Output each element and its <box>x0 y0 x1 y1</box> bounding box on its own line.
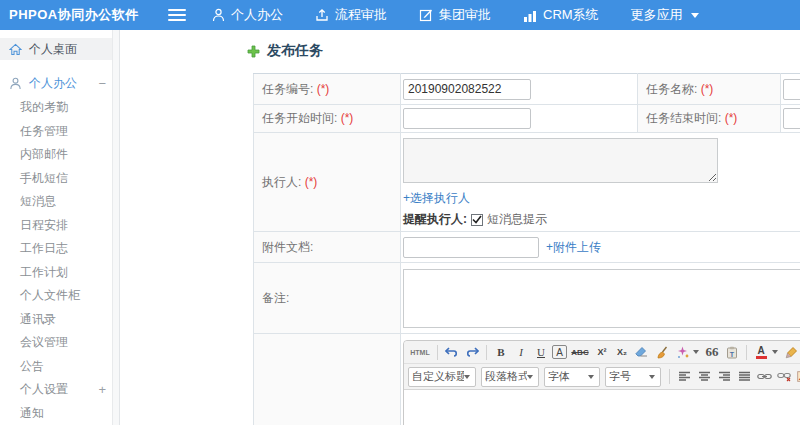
home-icon <box>9 43 22 56</box>
field-label: 执行人: <box>262 175 301 189</box>
remove-link-button[interactable] <box>775 368 793 385</box>
sidebar-item-desktop[interactable]: 个人桌面 <box>0 38 119 60</box>
dropdown-label: 字体 <box>548 369 570 384</box>
menu-toggle-icon[interactable] <box>168 9 186 21</box>
align-left-icon <box>678 371 691 382</box>
remark-textarea[interactable] <box>403 269 800 328</box>
undo-icon <box>445 346 459 358</box>
dropdown-caret-icon[interactable] <box>693 350 699 354</box>
heading-style-dropdown[interactable]: 自定义标题 <box>408 367 476 387</box>
sidebar-item-mobile-sms[interactable]: 手机短信 <box>0 167 119 191</box>
superscript-button[interactable]: X² <box>593 344 611 361</box>
subscript-button[interactable]: X₂ <box>613 344 631 361</box>
align-center-button[interactable] <box>695 368 713 385</box>
dropdown-label: 自定义标题 <box>412 369 464 384</box>
sidebar-item-work-plan[interactable]: 工作计划 <box>0 261 119 285</box>
collapse-minus-icon[interactable]: − <box>98 76 106 91</box>
sidebar-item-announcement[interactable]: 公告 <box>0 355 119 379</box>
sms-remind-checkbox[interactable] <box>471 214 483 226</box>
sidebar-item-short-message[interactable]: 短消息 <box>0 190 119 214</box>
publish-task-form: 发布任务 任务编号: (*) 任务名称: (*) <box>247 42 800 425</box>
sidebar-item-work-log[interactable]: 工作日志 <box>0 237 119 261</box>
bold-button[interactable]: B <box>492 344 510 361</box>
html-source-button[interactable]: HTML <box>408 344 432 361</box>
nav-group-approval[interactable]: 集团审批 <box>419 6 491 24</box>
sidebar-section-personal-office[interactable]: 个人办公 − <box>0 73 119 93</box>
nav-label: 个人办公 <box>231 6 283 24</box>
align-justify-button[interactable] <box>735 368 753 385</box>
align-right-button[interactable] <box>715 368 733 385</box>
font-color-button[interactable]: A <box>752 344 770 361</box>
sidebar-item-label: 个人设置 <box>20 382 68 396</box>
nav-more-apps[interactable]: 更多应用 <box>631 6 699 24</box>
end-time-input[interactable] <box>783 108 800 129</box>
attachment-input[interactable] <box>403 237 539 258</box>
executor-textarea[interactable] <box>403 138 718 183</box>
sidebar-item-personal-settings[interactable]: 个人设置 + <box>0 378 119 402</box>
task-name-input[interactable] <box>783 79 800 100</box>
sidebar-item-notice[interactable]: 通知 <box>0 402 119 425</box>
clipboard-icon: T <box>726 346 738 359</box>
row-executor: 执行人: (*) +选择执行人 提醒执行人: 短消息提示 <box>254 133 800 232</box>
sidebar-scrollbar[interactable] <box>112 30 119 425</box>
blockquote-button[interactable]: 66 <box>703 344 721 361</box>
nav-crm-system[interactable]: CRM系统 <box>523 6 599 24</box>
flow-share-icon <box>315 8 329 22</box>
nav-workflow-approval[interactable]: 流程审批 <box>315 6 387 24</box>
redo-button[interactable] <box>463 344 481 361</box>
dropdown-caret-icon[interactable] <box>772 350 778 354</box>
sidebar-item-file-cabinet[interactable]: 个人文件柜 <box>0 284 119 308</box>
field-label: 备注: <box>262 291 289 305</box>
task-no-field-cell <box>401 74 638 105</box>
strikethrough-button[interactable]: ABC <box>569 344 591 361</box>
toolbar-separator <box>746 345 747 360</box>
editor-toolbar-row2: 自定义标题 段落格式 字体 <box>404 364 800 390</box>
font-color-bar <box>756 356 767 359</box>
attachment-upload-link[interactable]: +附件上传 <box>546 239 601 256</box>
bar-chart-icon <box>523 9 537 22</box>
font-style-box-button[interactable]: A <box>552 345 567 359</box>
italic-button[interactable]: I <box>512 344 530 361</box>
expand-plus-icon[interactable]: + <box>98 378 106 402</box>
quick-format-button[interactable] <box>673 344 691 361</box>
nav-label: 集团审批 <box>439 6 491 24</box>
task-name-label-cell: 任务名称: (*) <box>638 74 781 105</box>
underline-button[interactable]: U <box>532 344 550 361</box>
field-label: 任务名称: <box>646 82 697 96</box>
align-left-button[interactable] <box>675 368 693 385</box>
sidebar-section-label: 个人办公 <box>29 75 77 92</box>
sidebar-item-meeting-management[interactable]: 会议管理 <box>0 331 119 355</box>
highlight-button[interactable] <box>782 344 800 361</box>
sidebar-item-schedule[interactable]: 日程安排 <box>0 214 119 238</box>
eraser-button[interactable] <box>633 344 651 361</box>
editor-cell: HTML B I U <box>401 334 800 425</box>
remark-field-cell <box>401 263 800 334</box>
sidebar-item-attendance[interactable]: 我的考勤 <box>0 96 119 120</box>
sidebar-item-internal-mail[interactable]: 内部邮件 <box>0 143 119 167</box>
align-justify-icon <box>738 371 751 382</box>
sidebar-item-task-management[interactable]: 任务管理 <box>0 120 119 144</box>
nav-personal-office[interactable]: 个人办公 <box>212 6 283 24</box>
remind-label: 提醒执行人: <box>403 211 467 228</box>
insert-link-button[interactable] <box>755 368 773 385</box>
paste-text-button[interactable]: T <box>723 344 741 361</box>
undo-button[interactable] <box>443 344 461 361</box>
sidebar-item-contacts[interactable]: 通讯录 <box>0 308 119 332</box>
svg-text:T: T <box>730 350 735 357</box>
font-family-dropdown[interactable]: 字体 <box>544 367 600 387</box>
add-plus-icon <box>247 45 260 58</box>
dropdown-label: 字号 <box>609 369 631 384</box>
end-time-field-cell <box>781 105 800 133</box>
app-window: PHPOA协同办公软件 个人办公 流程审批 集团审批 CRM系统 更多应用 <box>0 0 800 425</box>
select-executor-link[interactable]: +选择执行人 <box>403 190 800 207</box>
redo-icon <box>465 346 479 358</box>
insert-image-button[interactable] <box>795 368 800 385</box>
task-no-input[interactable] <box>403 79 531 100</box>
format-brush-button[interactable] <box>653 344 671 361</box>
editor-content-area[interactable] <box>404 390 800 425</box>
row-attachment: 附件文档: +附件上传 <box>254 232 800 263</box>
sidebar: 个人桌面 个人办公 − 我的考勤 任务管理 内部邮件 手机短信 短消息 日程安排… <box>0 30 120 425</box>
start-time-input[interactable] <box>403 108 531 129</box>
font-size-dropdown[interactable]: 字号 <box>605 367 661 387</box>
paragraph-format-dropdown[interactable]: 段落格式 <box>481 367 539 387</box>
